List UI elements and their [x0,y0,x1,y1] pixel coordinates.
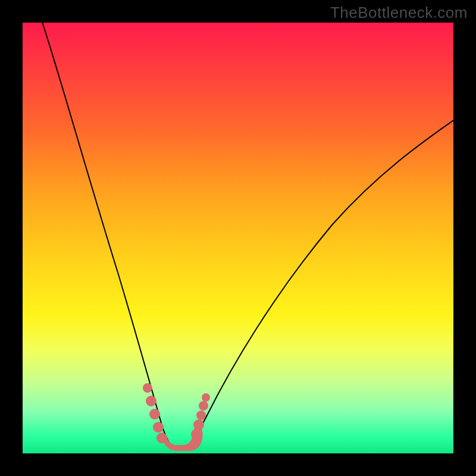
svg-point-9 [202,393,210,402]
bottleneck-curve-left [40,23,175,450]
curve-layer [23,23,453,453]
svg-point-5 [191,429,202,440]
svg-point-6 [193,419,204,430]
chart-frame: TheBottleneck.com [0,0,476,476]
svg-point-8 [199,401,208,411]
plot-area [23,23,453,453]
svg-point-1 [146,396,156,406]
svg-point-7 [196,411,206,420]
svg-point-2 [149,409,160,419]
svg-point-3 [153,422,164,433]
watermark-text: TheBottleneck.com [330,4,468,22]
svg-point-0 [143,383,152,393]
bottleneck-curve-right [183,118,453,450]
